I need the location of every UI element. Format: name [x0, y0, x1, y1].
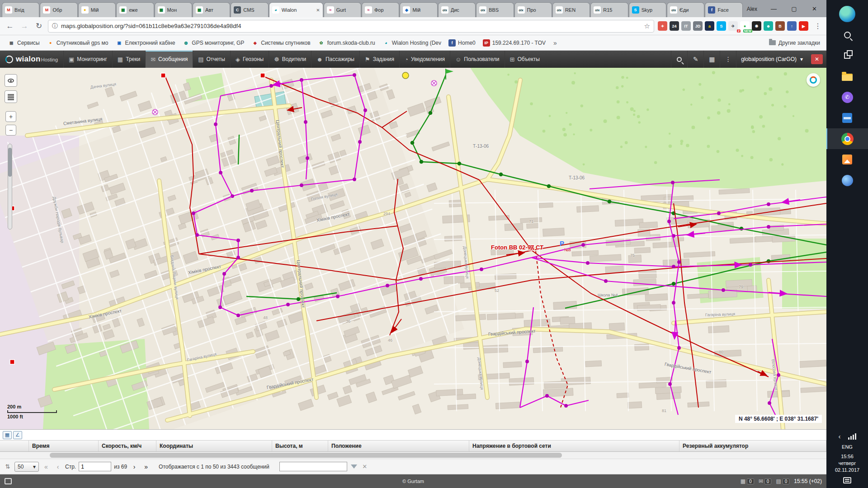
language-indicator[interactable]: ENG [842, 444, 853, 450]
bookmarks-overflow-icon[interactable]: » [550, 39, 561, 47]
browser-tab[interactable]: SSkyp [629, 2, 666, 17]
bookmark-star-icon[interactable]: ☆ [644, 22, 650, 30]
nav-item-водители[interactable]: ☸Водители [269, 51, 311, 68]
account-menu[interactable]: globalposition (CarGO) ▾ [736, 51, 807, 68]
sort-icon[interactable]: ⇅ [4, 463, 12, 470]
search-icon[interactable] [671, 51, 687, 68]
browser-tab[interactable]: olxПро [514, 2, 552, 17]
url-text[interactable]: maps.globalposition.org/?sid=061b11c8ebe… [61, 23, 641, 29]
bookmark-item[interactable]: ●Спутниковый gps мо [44, 38, 112, 48]
network-icon[interactable] [848, 433, 856, 440]
browser-tab[interactable]: CCMS [231, 2, 268, 17]
first-page-button[interactable]: « [42, 462, 51, 472]
zoom-in-button[interactable]: + [5, 111, 16, 122]
browser-tab[interactable]: ≈Gurt [324, 2, 361, 17]
browser-tab[interactable]: olxBBS [476, 2, 514, 17]
column-header[interactable]: Скорость, км/ч [99, 441, 156, 451]
skype-extension-icon[interactable]: S [717, 21, 726, 31]
last-page-button[interactable]: » [142, 462, 151, 472]
edit-tools-icon[interactable]: ✎ [687, 51, 703, 68]
edge-icon[interactable] [826, 4, 868, 24]
map-canvas[interactable]: P Дачна вулицяСметанина вулицяЦентральни… [0, 68, 826, 429]
page-info-icon[interactable]: ⓘ [52, 22, 58, 30]
report-indicator[interactable]: ▤0 [776, 478, 789, 484]
nav-item-объекты[interactable]: ⊞Объекты [505, 51, 545, 68]
clear-filter-icon[interactable]: ✕ [361, 463, 369, 470]
taskbar-clock[interactable]: 15:56 четверг 02.11.2017 [835, 453, 859, 474]
nav-item-пользователи[interactable]: ☺Пользователи [450, 51, 505, 68]
browser-menu-icon[interactable]: ⋮ [814, 22, 822, 30]
maximize-button[interactable]: ▢ [784, 2, 804, 15]
minimize-button[interactable]: — [764, 2, 784, 15]
extension-icon[interactable]: a [705, 21, 714, 31]
browser-tab[interactable]: ◕Wialon✕ [269, 2, 323, 17]
browser-tab[interactable]: fFace [705, 2, 742, 17]
scrollbar-thumb[interactable] [50, 453, 562, 458]
paint3d-icon[interactable] [826, 170, 868, 191]
layers-button[interactable] [5, 90, 17, 103]
logout-icon[interactable]: ✕ [811, 54, 823, 64]
zoom-out-button[interactable]: − [5, 125, 16, 136]
extension-icon[interactable]: B [775, 21, 785, 31]
close-button[interactable]: ✕ [804, 2, 825, 15]
bookmark-item[interactable]: ◕Wialon Hosting (Dev [379, 38, 444, 48]
nav-item-задания[interactable]: ⚑Задания [359, 51, 399, 68]
browser-tab[interactable]: ▦Авт [193, 2, 230, 17]
column-header[interactable]: Напряжение в бортовой сети [469, 441, 679, 451]
column-header[interactable]: Высота, м [272, 441, 328, 451]
extension-icon[interactable]: IT [681, 21, 691, 31]
column-header[interactable]: Координаты [156, 441, 272, 451]
page-number-input[interactable] [79, 462, 111, 471]
nav-item-треки[interactable]: ▦Треки [112, 51, 145, 68]
other-bookmarks[interactable]: Другие закладки [769, 40, 822, 46]
photos-icon[interactable] [826, 149, 868, 170]
browser-tab[interactable]: MОбр [40, 2, 77, 17]
filter-input[interactable] [279, 462, 347, 471]
drive-icon[interactable] [826, 108, 868, 128]
browser-tab[interactable]: ●Мій [78, 2, 116, 17]
column-header[interactable]: Время [29, 441, 99, 451]
task-view-icon[interactable] [826, 45, 868, 66]
extension-icon[interactable]: JD [693, 21, 703, 31]
file-explorer-icon[interactable] [826, 66, 868, 87]
forward-icon[interactable]: → [19, 22, 30, 31]
nav-item-уведомления[interactable]: ◔Уведомления [399, 51, 450, 68]
search-icon[interactable] [826, 24, 868, 45]
nav-item-мониторинг[interactable]: ▣Мониторинг [63, 51, 112, 68]
column-header[interactable]: Резервный аккумулятор [679, 441, 826, 451]
extension-icon[interactable]: ●NEW [740, 21, 750, 31]
hidden-icons-chevron[interactable]: ‹ [839, 433, 841, 440]
viber-icon[interactable]: ✆ [826, 87, 868, 108]
more-menu-icon[interactable]: ⋮ [720, 51, 736, 68]
browser-tab[interactable]: olxREN [552, 2, 590, 17]
browser-tab[interactable]: olxДис [438, 2, 476, 17]
extension-icon[interactable]: ❋ [752, 21, 761, 31]
zoom-slider[interactable] [8, 144, 12, 230]
column-gutter[interactable] [0, 441, 29, 451]
extension-icon[interactable]: ☻ [764, 21, 773, 31]
horizontal-scrollbar[interactable] [0, 452, 826, 459]
bookmark-item[interactable]: ▦Сервисы [5, 38, 43, 48]
reload-icon[interactable]: ↻ [33, 21, 44, 31]
profile-name[interactable]: Alex [747, 6, 757, 12]
prev-page-button[interactable]: ‹ [53, 462, 62, 472]
nav-item-сообщения[interactable]: ✉Сообщения [145, 51, 193, 68]
bookmark-item[interactable]: IP159.224.69.170 - TOV [480, 38, 549, 48]
page-size-select[interactable]: 50 ▾ [14, 462, 39, 472]
panel-icon[interactable] [5, 478, 12, 484]
browser-tab[interactable]: olxR15 [590, 2, 628, 17]
bookmark-item[interactable]: ◆Системы спутников [248, 38, 313, 48]
browser-tab[interactable]: olxЄди [667, 2, 704, 17]
extension-icon[interactable]: 24 [670, 21, 679, 31]
bookmark-item[interactable]: fHome0 [445, 38, 479, 48]
browser-tab[interactable]: ▦Мон [155, 2, 192, 17]
chart-view-button[interactable]: ∠ [13, 431, 22, 439]
browser-tab[interactable]: ≈Фор [362, 2, 399, 17]
close-tab-icon[interactable]: ✕ [316, 8, 320, 13]
nav-item-пассажиры[interactable]: ☻Пассажиры [311, 51, 359, 68]
back-icon[interactable]: ← [5, 22, 15, 31]
chrome-icon[interactable] [826, 128, 868, 149]
bookmark-item[interactable]: ✿forum.skoda-club.ru [315, 38, 378, 48]
apps-grid-icon[interactable]: ▦ [703, 51, 720, 68]
action-center-icon[interactable] [843, 477, 851, 483]
